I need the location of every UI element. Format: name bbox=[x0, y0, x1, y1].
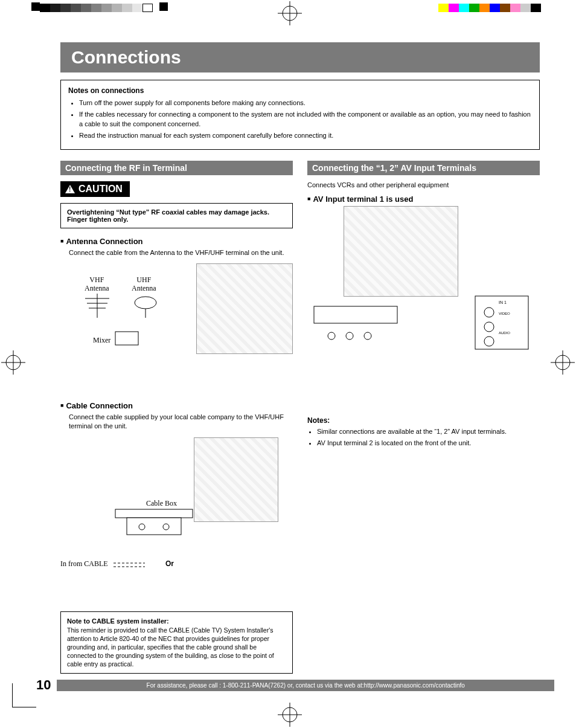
cable-line-icon bbox=[60, 549, 290, 573]
av-notes: Notes: Similar connections are available… bbox=[307, 416, 540, 448]
svg-point-27 bbox=[346, 332, 353, 340]
rf-warning-box: Overtightening “Nut type” RF coaxial cab… bbox=[60, 203, 293, 228]
cable-connection-heading: ■Cable Connection bbox=[60, 401, 293, 410]
cable-diagram: Cable Box In from CABLE Or bbox=[60, 437, 293, 601]
av-jack-panel-icon: IN 1 VIDEO AUDIO bbox=[475, 295, 529, 350]
svg-rect-25 bbox=[314, 306, 397, 323]
section-rf-terminal: Connecting the RF in Terminal bbox=[60, 161, 293, 175]
crop-square-tl bbox=[31, 2, 40, 11]
installer-note-body: This reminder is provided to call the CA… bbox=[67, 627, 274, 668]
caution-badge: CAUTION bbox=[60, 181, 130, 197]
vhf-antenna-label: VHF Antenna bbox=[85, 275, 109, 293]
section-av-input: Connecting the “1, 2” AV Input Terminals bbox=[307, 161, 540, 175]
av-notes-item: AV Input terminal 2 is located on the fr… bbox=[317, 439, 540, 448]
av-notes-title: Notes: bbox=[307, 416, 540, 425]
registration-mark-bottom bbox=[278, 703, 302, 727]
mixer-box-icon bbox=[115, 331, 139, 346]
page-title: Connections bbox=[60, 42, 540, 72]
assistance-bar: For assistance, please call : 1-800-211-… bbox=[57, 680, 554, 691]
page-number: 10 bbox=[36, 677, 51, 693]
av-input-1-heading: ■AV Input terminal 1 is used bbox=[307, 195, 540, 204]
left-column: Connecting the RF in Terminal CAUTION Ov… bbox=[60, 161, 293, 674]
page-footer: 10 For assistance, please call : 1-800-2… bbox=[36, 677, 554, 693]
antenna-connection-heading: ■Antenna Connection bbox=[60, 237, 293, 246]
registration-bar-left bbox=[40, 4, 153, 12]
svg-point-16 bbox=[135, 297, 156, 309]
svg-text:IN 1: IN 1 bbox=[499, 300, 507, 304]
warning-triangle-icon bbox=[65, 185, 75, 193]
svg-rect-19 bbox=[115, 509, 193, 518]
caution-label: CAUTION bbox=[78, 184, 123, 195]
av-notes-item: Similar connections are available at the… bbox=[317, 427, 540, 436]
svg-rect-18 bbox=[115, 332, 138, 345]
registration-mark-right bbox=[551, 350, 575, 375]
cable-connection-desc: Connect the cable supplied by your local… bbox=[69, 413, 293, 431]
svg-rect-20 bbox=[127, 518, 181, 535]
notes-box-title: Notes on connections bbox=[68, 86, 532, 95]
antenna-connection-desc: Connect the cable from the Antenna to th… bbox=[69, 248, 293, 257]
right-column: Connecting the “1, 2” AV Input Terminals… bbox=[307, 161, 540, 674]
crop-square-tl2 bbox=[159, 2, 168, 11]
mixer-label: Mixer bbox=[93, 336, 110, 344]
registration-mark-top bbox=[278, 1, 302, 25]
svg-text:VIDEO: VIDEO bbox=[499, 312, 510, 315]
registration-bar-right bbox=[438, 4, 541, 12]
antenna-diagram: VHF Antenna UHF Antenna Mixer bbox=[60, 263, 293, 390]
vhf-antenna-icon bbox=[82, 294, 112, 318]
notes-item: Read the instruction manual for each sys… bbox=[79, 131, 532, 140]
av-intro: Connects VCRs and other peripheral equip… bbox=[307, 181, 540, 188]
cable-box-icon bbox=[115, 509, 193, 536]
cable-box-label: Cable Box bbox=[146, 499, 177, 507]
registration-mark-left bbox=[1, 350, 25, 375]
notes-item: If the cables necessary for connecting a… bbox=[79, 110, 532, 129]
installer-note-title: Note to CABLE system installer: bbox=[67, 617, 169, 625]
av-input-diagram: IN 1 VIDEO AUDIO bbox=[307, 206, 540, 405]
uhf-antenna-icon bbox=[130, 294, 161, 318]
cable-installer-note-box: Note to CABLE system installer: This rem… bbox=[60, 611, 293, 674]
uhf-antenna-label: UHF Antenna bbox=[132, 275, 156, 293]
svg-point-28 bbox=[364, 332, 371, 340]
notes-on-connections-box: Notes on connections Turn off the power … bbox=[60, 80, 540, 150]
svg-point-26 bbox=[328, 332, 335, 340]
vcr-icon bbox=[313, 306, 398, 342]
crop-mark-bl bbox=[12, 683, 36, 707]
notes-item: Turn off the power supply for all compon… bbox=[79, 98, 532, 108]
svg-text:AUDIO: AUDIO bbox=[499, 331, 510, 335]
